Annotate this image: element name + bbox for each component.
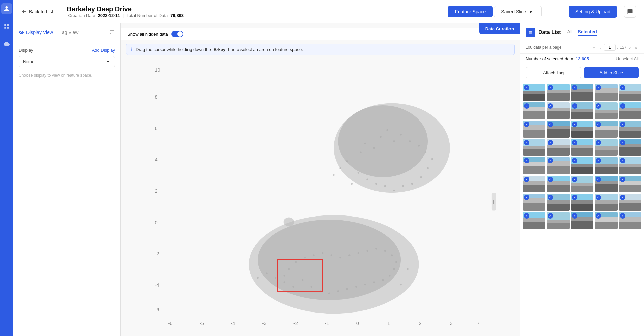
check-badge: ✓: [524, 85, 529, 90]
tab-feature-space[interactable]: Feature Space: [448, 6, 493, 17]
show-hidden-label: Show all hidden data: [127, 32, 168, 37]
image-cell[interactable]: ✓: [619, 176, 641, 193]
add-display-link[interactable]: Add Display: [92, 48, 115, 53]
svg-text:-6: -6: [168, 321, 172, 326]
dropdown-value: None: [23, 59, 34, 64]
image-cell[interactable]: ✓: [619, 194, 641, 211]
data-curation-button[interactable]: Data Curation: [479, 23, 520, 34]
image-cell[interactable]: ✓: [547, 139, 569, 156]
tab-tag-view[interactable]: Tag View: [60, 30, 79, 36]
filter-icon[interactable]: [109, 29, 115, 37]
image-cell[interactable]: ✓: [547, 121, 569, 138]
image-cell[interactable]: ✓: [595, 121, 617, 138]
svg-point-31: [393, 140, 395, 142]
show-hidden-toggle[interactable]: [171, 31, 183, 37]
image-cell[interactable]: ✓: [547, 102, 569, 119]
page-prev-button[interactable]: ‹: [598, 44, 602, 51]
unselect-all-link[interactable]: Unselect All: [616, 56, 639, 61]
back-label: Back to List: [29, 9, 53, 14]
image-cell[interactable]: ✓: [523, 84, 545, 101]
page-next-button[interactable]: ›: [628, 44, 632, 51]
image-cell[interactable]: ✓: [595, 139, 617, 156]
image-cell[interactable]: ✓: [571, 121, 593, 138]
image-cell[interactable]: ✓: [595, 84, 617, 101]
tab-saved-slice[interactable]: Saved Slice List: [494, 6, 542, 17]
image-cell[interactable]: ✓: [619, 121, 641, 138]
info-icon: ℹ: [131, 47, 133, 52]
image-cell[interactable]: ✓: [619, 139, 641, 156]
svg-point-74: [304, 257, 306, 258]
image-cell[interactable]: ✓: [595, 102, 617, 119]
settings-upload-button[interactable]: Setting & Upload: [569, 6, 617, 18]
right-tab-all[interactable]: All: [567, 29, 573, 36]
center-area: Data Curation Show all hidden data ℹ Dra…: [121, 23, 520, 336]
data-list-title: Data List: [538, 29, 561, 35]
add-to-slice-button[interactable]: Add to Slice: [584, 67, 639, 78]
image-cell[interactable]: ✓: [523, 121, 545, 138]
pagination-controls: « ‹ 1 / 127 › »: [592, 44, 639, 51]
tab-display-view[interactable]: Display View: [19, 30, 53, 36]
image-cell[interactable]: ✓: [571, 102, 593, 119]
svg-text:2: 2: [419, 321, 421, 326]
image-cell[interactable]: ✓: [571, 139, 593, 156]
image-cell[interactable]: ✓: [523, 176, 545, 193]
sidebar-icon-user[interactable]: [1, 3, 12, 14]
svg-point-60: [382, 279, 384, 281]
image-cell[interactable]: ✓: [523, 157, 545, 174]
image-cell[interactable]: ✓: [547, 194, 569, 211]
image-cell[interactable]: ✓: [595, 194, 617, 211]
svg-point-49: [284, 281, 285, 283]
image-cell[interactable]: ✓: [547, 176, 569, 193]
image-cell[interactable]: ✓: [619, 157, 641, 174]
right-tab-selected[interactable]: Selected: [578, 29, 597, 36]
image-cell[interactable]: ✓: [547, 212, 569, 229]
svg-point-52: [311, 286, 312, 288]
page-last-button[interactable]: »: [633, 44, 639, 51]
display-dropdown[interactable]: None: [19, 56, 115, 67]
feature-space-container[interactable]: 10 8 6 4 2 0 -2 -4 -6 -6 -5 -4 -3 -2 -1: [121, 58, 520, 336]
image-cell[interactable]: ✓: [547, 157, 569, 174]
main-content: Back to List Berkeley Deep Drive Creatio…: [13, 0, 644, 336]
image-cell[interactable]: ✓: [619, 84, 641, 101]
page-number-input[interactable]: 1: [604, 44, 616, 51]
svg-text:-4: -4: [155, 282, 159, 288]
page-first-button[interactable]: «: [592, 44, 597, 51]
image-cell[interactable]: ✓: [547, 84, 569, 101]
image-cell[interactable]: ✓: [571, 194, 593, 211]
image-cell[interactable]: ✓: [523, 139, 545, 156]
back-to-list-button[interactable]: Back to List: [21, 9, 53, 14]
meta-separator: |: [123, 13, 124, 18]
svg-point-29: [380, 136, 381, 138]
right-panel-meta: 100 data per a page « ‹ 1 / 127 › »: [520, 41, 644, 54]
svg-point-58: [364, 284, 366, 285]
image-cell[interactable]: ✓: [619, 212, 641, 229]
attach-tag-button[interactable]: Attach Tag: [526, 67, 581, 78]
sidebar-nav: [0, 0, 13, 336]
header: Back to List Berkeley Deep Drive Creatio…: [13, 0, 644, 23]
image-cell[interactable]: ✓: [523, 212, 545, 229]
image-cell[interactable]: ✓: [595, 176, 617, 193]
image-cell[interactable]: ✓: [523, 102, 545, 119]
image-cell[interactable]: ✓: [595, 212, 617, 229]
svg-text:-3: -3: [262, 321, 267, 326]
svg-point-79: [266, 273, 267, 274]
chat-icon-button[interactable]: [624, 6, 636, 18]
image-cell[interactable]: ✓: [571, 157, 593, 174]
sidebar-icon-cloud[interactable]: [1, 38, 12, 49]
image-cell[interactable]: ✓: [523, 194, 545, 211]
svg-point-44: [366, 178, 368, 180]
svg-point-65: [384, 250, 386, 252]
image-cell[interactable]: ✓: [619, 102, 641, 119]
svg-point-23: [339, 167, 341, 169]
svg-point-22: [333, 174, 334, 176]
image-cell[interactable]: ✓: [571, 176, 593, 193]
svg-point-34: [418, 145, 420, 146]
image-cell[interactable]: ✓: [571, 212, 593, 229]
creation-date-label: Creation Date: [68, 13, 95, 18]
svg-point-35: [425, 151, 426, 153]
sidebar-icon-grid[interactable]: [1, 21, 12, 32]
svg-point-50: [292, 286, 294, 288]
svg-point-69: [348, 254, 350, 256]
image-cell[interactable]: ✓: [571, 84, 593, 101]
image-cell[interactable]: ✓: [595, 157, 617, 174]
